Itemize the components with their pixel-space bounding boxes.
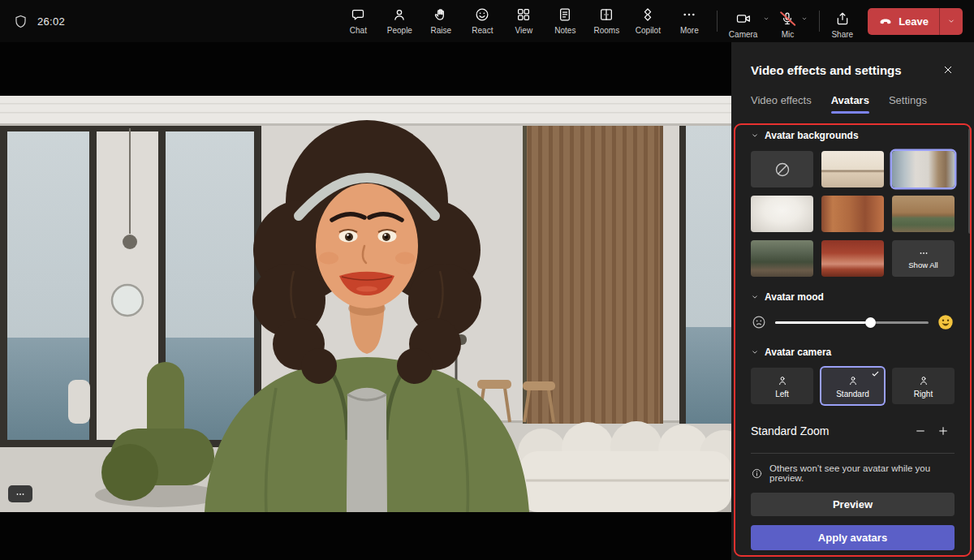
dots-icon [918, 248, 929, 259]
preview-notice-text: Others won’t see your avatar while you p… [769, 463, 955, 483]
caret-down-icon [751, 131, 759, 140]
zoom-increase-button[interactable] [932, 420, 955, 442]
panel-header: Video effects and settings [731, 42, 974, 81]
mic-button[interactable]: Mic [777, 4, 798, 39]
mood-slider[interactable] [775, 316, 929, 329]
avatar-mood-title: Avatar mood [765, 291, 824, 303]
mic-label: Mic [782, 30, 795, 39]
chevron-down-icon [762, 15, 770, 23]
chat-icon [350, 6, 366, 23]
caret-down-icon [751, 348, 759, 356]
background-tile-garden-room[interactable] [751, 240, 813, 277]
toolbar-rooms-button[interactable]: Rooms [586, 0, 627, 42]
person-icon [917, 374, 930, 387]
mood-slider-fill [775, 321, 870, 325]
toolbar-raise-button[interactable]: Raise [420, 0, 462, 42]
camera-option-right[interactable]: Right [892, 368, 955, 404]
tab-avatars[interactable]: Avatars [831, 94, 869, 114]
share-button[interactable]: Share [829, 4, 855, 39]
tab-video-effects[interactable]: Video effects [751, 94, 812, 114]
copilot-icon [640, 6, 656, 23]
more-icon [681, 6, 697, 23]
person-icon [847, 374, 860, 387]
mood-sad-icon [751, 314, 767, 330]
toolbar-view-label: View [515, 26, 533, 35]
zoom-row: Standard Zoom [751, 419, 955, 443]
mood-happy-icon [937, 313, 955, 331]
toolbar-react-label: React [472, 26, 493, 35]
people-icon [391, 6, 407, 23]
background-tile-cream-room[interactable] [821, 151, 884, 187]
close-icon [942, 63, 955, 76]
toolbar-notes-button[interactable]: Notes [545, 0, 586, 42]
mic-dropdown-button[interactable] [798, 15, 810, 23]
react-icon [474, 6, 490, 23]
more-icon [15, 489, 26, 500]
tab-settings[interactable]: Settings [889, 94, 927, 114]
person-icon [776, 374, 789, 387]
background-tile-warm-shelves[interactable] [821, 196, 884, 232]
mic-icon [779, 11, 795, 27]
avatar-camera-header[interactable]: Avatar camera [751, 347, 955, 358]
leave-options-button[interactable] [939, 8, 963, 35]
camera-option-label: Left [775, 390, 789, 398]
meeting-info: 26:02 [13, 14, 65, 29]
background-tile-none[interactable] [751, 151, 813, 187]
leave-button-group: Leave [868, 8, 963, 35]
mic-control: Mic [777, 4, 810, 39]
camera-dropdown-button[interactable] [760, 15, 772, 23]
background-tile-grid: Show All [751, 151, 955, 277]
background-tile-window-room[interactable] [892, 151, 955, 187]
toolbar-people-button[interactable]: People [379, 0, 420, 42]
toolbar-view-button[interactable]: View [503, 0, 545, 42]
panel-scrollbar[interactable] [968, 128, 972, 234]
check-icon [871, 369, 880, 378]
avatar-backgrounds-title: Avatar backgrounds [765, 130, 859, 141]
camera-option-left[interactable]: Left [751, 368, 813, 404]
zoom-label: Standard Zoom [751, 424, 909, 437]
zoom-decrease-button[interactable] [909, 420, 932, 442]
chevron-down-icon [946, 16, 956, 26]
toolbar-copilot-label: Copilot [636, 26, 661, 35]
toolbar-more-label: More [680, 26, 699, 35]
mood-slider-thumb[interactable] [865, 317, 876, 328]
camera-button[interactable]: Camera [726, 4, 761, 39]
info-icon [751, 467, 763, 480]
share-icon [834, 11, 851, 27]
share-control: Share [829, 4, 855, 39]
background-tile-red-room[interactable] [821, 240, 884, 277]
camera-control: Camera [726, 4, 773, 39]
toolbar-separator [819, 11, 820, 32]
background-tile-show-all[interactable]: Show All [892, 240, 955, 277]
toolbar-chat-label: Chat [350, 26, 367, 35]
video-effects-panel: Video effects and settings Video effects… [731, 42, 974, 560]
rooms-icon [598, 6, 614, 23]
mood-slider-row [751, 312, 955, 332]
video-more-button[interactable] [8, 485, 32, 502]
camera-option-label: Right [914, 390, 933, 398]
view-icon [515, 6, 532, 23]
toolbar-more-button[interactable]: More [669, 0, 710, 42]
mood-slider-track [775, 321, 929, 325]
notes-icon [557, 6, 573, 23]
camera-option-standard[interactable]: Standard [821, 368, 884, 404]
meeting-timer: 26:02 [37, 15, 65, 28]
toolbar-notes-label: Notes [554, 26, 575, 35]
leave-button[interactable]: Leave [868, 8, 939, 35]
toolbar-copilot-button[interactable]: Copilot [627, 0, 669, 42]
panel-divider [751, 453, 955, 454]
apply-avatars-button[interactable]: Apply avatars [751, 525, 955, 550]
chevron-down-icon [800, 15, 808, 23]
avatar-video-preview [0, 96, 731, 512]
toolbar-nav: ChatPeopleRaiseReactViewNotesRoomsCopilo… [338, 0, 710, 42]
preview-notice: Others won’t see your avatar while you p… [751, 463, 955, 483]
toolbar-chat-button[interactable]: Chat [338, 0, 379, 42]
avatar-mood-header[interactable]: Avatar mood [751, 291, 955, 303]
toolbar-react-button[interactable]: React [462, 0, 503, 42]
avatar-backgrounds-header[interactable]: Avatar backgrounds [751, 130, 955, 141]
close-panel-button[interactable] [937, 58, 959, 81]
panel-tabs: Video effectsAvatarsSettings [751, 94, 955, 114]
background-tile-studio-arch[interactable] [751, 196, 813, 232]
preview-button[interactable]: Preview [751, 493, 955, 516]
background-tile-wood-lounge[interactable] [892, 196, 955, 232]
